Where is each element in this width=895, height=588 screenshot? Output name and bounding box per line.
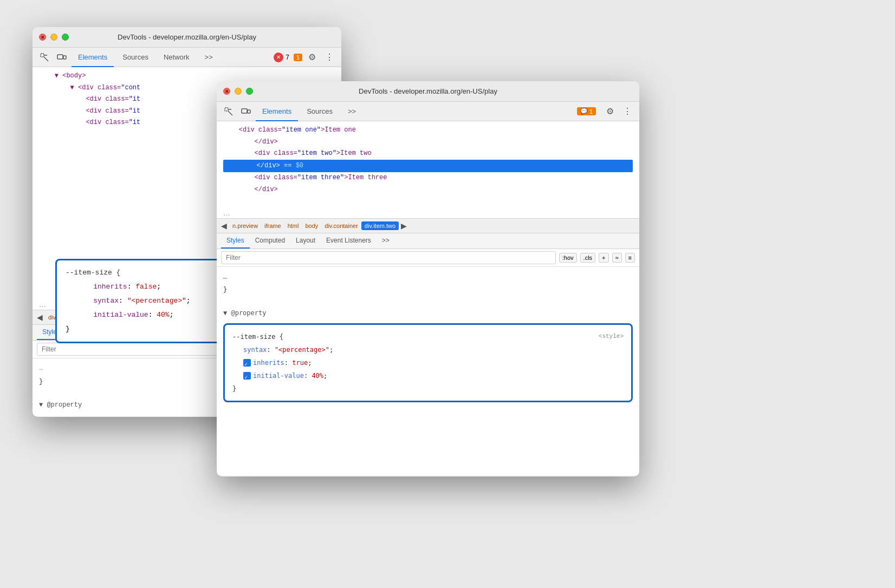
- traffic-lights-front: ✕: [223, 88, 253, 95]
- breadcrumb-container[interactable]: div.container: [321, 221, 361, 230]
- css-source-front: <style>: [599, 330, 624, 342]
- error-number-back: 7: [286, 54, 289, 61]
- breadcrumb-left-front[interactable]: ◀: [219, 221, 229, 230]
- css-inherits-front: inherits: true;: [232, 356, 624, 369]
- svg-rect-8: [242, 109, 247, 113]
- css-rule-front: --item-size { syntax: "<percentage>"; in…: [232, 330, 624, 395]
- toolbar-front: Elements Sources >> 💬 1 ⚙ ⋮: [217, 102, 639, 121]
- svg-line-6: [228, 111, 232, 115]
- traffic-lights-back: ✕: [39, 34, 69, 41]
- tab-network-back[interactable]: Network: [157, 48, 196, 67]
- device-icon-front[interactable]: [238, 104, 254, 119]
- tree-item-one: <div class="item one">Item one: [223, 125, 633, 136]
- more-icon-back[interactable]: ⋮: [322, 50, 337, 65]
- maximize-button-back[interactable]: [62, 34, 69, 41]
- pseudo-cls-btn[interactable]: .cls: [580, 253, 596, 263]
- pseudo-hov-btn[interactable]: :hov: [559, 253, 577, 263]
- css-area-front: … } ▼ @property: [217, 267, 639, 323]
- tree-close-div2-selected[interactable]: </div> == $0: [223, 160, 633, 173]
- window-title-front: DevTools - developer.mozilla.org/en-US/p…: [359, 87, 497, 95]
- tab-more-styles-front[interactable]: >>: [377, 233, 395, 249]
- maximize-button-front[interactable]: [246, 88, 253, 95]
- css-close-brace-front: }: [223, 284, 633, 296]
- inspector-icon[interactable]: [37, 50, 52, 65]
- svg-line-1: [44, 57, 48, 61]
- tab-more-back[interactable]: >>: [198, 48, 219, 67]
- settings-icon-back[interactable]: ⚙: [304, 50, 320, 65]
- more-icon-front[interactable]: ⋮: [620, 104, 635, 119]
- tree-item-two: <div class="item two">Item two: [223, 148, 633, 160]
- highlight-box-front: <style> --item-size { syntax: "<percenta…: [223, 323, 633, 402]
- svg-rect-9: [248, 110, 250, 113]
- tree-dots-front: …: [217, 208, 639, 218]
- warning-badge-back: 1: [294, 54, 302, 61]
- breadcrumb-iframe[interactable]: iframe: [261, 221, 284, 230]
- tab-computed-front[interactable]: Computed: [250, 233, 290, 249]
- css-close-front: }: [232, 382, 624, 395]
- html-tree-front: <div class="item one">Item one </div> <d…: [217, 121, 639, 208]
- filter-row-front: :hov .cls + ≈ ≡: [217, 249, 639, 267]
- close-button-back[interactable]: ✕: [39, 34, 46, 41]
- window-title-back: DevTools - developer.mozilla.org/en-US/p…: [118, 33, 256, 41]
- breadcrumb-right-front[interactable]: ▶: [399, 221, 409, 230]
- css-syntax-front: syntax: "<percentage>";: [232, 343, 624, 356]
- inspector-icon-front[interactable]: [221, 104, 236, 119]
- minimize-button-front[interactable]: [235, 88, 242, 95]
- layout-btn[interactable]: ≡: [625, 253, 635, 263]
- filter-input-front[interactable]: [221, 251, 556, 264]
- error-count-back: ✕ 7 1: [274, 53, 302, 62]
- tree-item-three: <div class="item three">Item three: [223, 172, 633, 184]
- styles-tabs-front: Styles Computed Layout Event Listeners >…: [217, 233, 639, 249]
- breadcrumb-left-back[interactable]: ◀: [35, 313, 45, 322]
- breadcrumb-body[interactable]: body: [302, 221, 321, 230]
- copy-btn[interactable]: ≈: [612, 253, 622, 263]
- warning-count-front: 💬 1: [577, 107, 596, 115]
- tree-body: ▼ <body>: [39, 70, 335, 82]
- tab-elements-front[interactable]: Elements: [256, 102, 298, 121]
- tab-styles-front[interactable]: Styles: [221, 233, 250, 249]
- css-initial-front: initial-value: 40%;: [232, 369, 624, 382]
- breadcrumb-preview[interactable]: n.preview: [229, 221, 261, 230]
- css-prop-name-front: --item-size {: [232, 330, 624, 343]
- css-continuation-front: …: [223, 271, 633, 283]
- svg-rect-4: [63, 56, 66, 59]
- breadcrumb-html[interactable]: html: [284, 221, 302, 230]
- inherits-checkbox[interactable]: [243, 359, 251, 367]
- svg-rect-5: [225, 108, 228, 111]
- settings-icon-front[interactable]: ⚙: [602, 104, 618, 119]
- devtools-window-front: ✕ DevTools - developer.mozilla.org/en-US…: [217, 81, 639, 476]
- error-icon: ✕: [274, 53, 283, 62]
- add-rule-btn[interactable]: +: [599, 253, 608, 263]
- title-bar-back: ✕ DevTools - developer.mozilla.org/en-US…: [33, 27, 341, 48]
- device-icon[interactable]: [54, 50, 69, 65]
- tab-event-front[interactable]: Event Listeners: [321, 233, 377, 249]
- close-button-front[interactable]: ✕: [223, 88, 230, 95]
- content-front: <div class="item one">Item one </div> <d…: [217, 121, 639, 475]
- svg-rect-3: [57, 55, 63, 59]
- warning-badge-front: 💬 1: [577, 107, 596, 115]
- breadcrumb-item-two[interactable]: div.item.two: [361, 221, 399, 230]
- toolbar-back: Elements Sources Network >> ✕ 7 1 ⚙ ⋮: [33, 48, 341, 67]
- tab-layout-front[interactable]: Layout: [290, 233, 321, 249]
- tab-sources-back[interactable]: Sources: [116, 48, 155, 67]
- highlight-content-front: <style> --item-size { syntax: "<percenta…: [232, 330, 624, 395]
- title-bar-front: ✕ DevTools - developer.mozilla.org/en-US…: [217, 81, 639, 102]
- tab-elements-back[interactable]: Elements: [72, 48, 114, 67]
- at-rule-front: ▼ @property: [223, 308, 633, 319]
- tree-close-div1: </div>: [223, 136, 633, 148]
- minimize-button-back[interactable]: [50, 34, 57, 41]
- tab-more-front[interactable]: >>: [341, 102, 362, 121]
- initial-checkbox[interactable]: [243, 372, 251, 380]
- svg-rect-0: [41, 54, 44, 57]
- tree-close-div3: </div>: [223, 184, 633, 196]
- tab-sources-front[interactable]: Sources: [300, 102, 339, 121]
- breadcrumb-front: ◀ n.preview iframe html body div.contain…: [217, 218, 639, 233]
